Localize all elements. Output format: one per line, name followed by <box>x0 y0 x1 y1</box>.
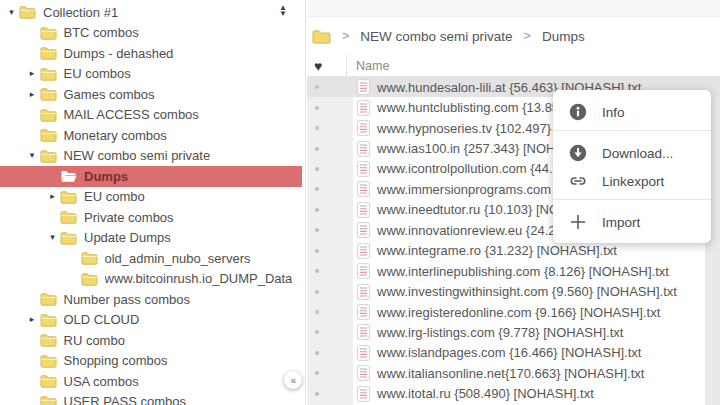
breadcrumb-separator-icon: > <box>524 29 531 43</box>
tree-item-ru-combo[interactable]: RU combo <box>0 330 305 351</box>
file-row[interactable]: www.irg-listings.com {9.778} [NOHASH].tx… <box>307 322 720 342</box>
file-name: www.integrame.ro {31.232} [NOHASH].txt <box>377 243 617 258</box>
tree-item-monetary-combos[interactable]: Monetary combos <box>0 125 305 146</box>
tree-item-mail-access-combos[interactable]: MAIL ACCESS combos <box>0 105 305 126</box>
tree-item-old-cloud[interactable]: ▸OLD CLOUD <box>0 310 305 331</box>
status-dot-icon <box>315 371 319 375</box>
menu-item-label: Import <box>602 215 640 230</box>
tree-item-www-bitcoinrush-io-dump-data[interactable]: www.bitcoinrush.io_DUMP_Data <box>0 269 305 290</box>
tree-item-label: MAIL ACCESS combos <box>64 107 199 122</box>
favorite-cell <box>307 330 353 334</box>
file-name: www.interlinepublishing.com {8.126} [NOH… <box>377 264 669 279</box>
collapse-arrow-icon[interactable]: ▾ <box>25 151 40 160</box>
status-dot-icon <box>315 147 319 151</box>
text-file-icon <box>357 161 370 177</box>
tree-item-eu-combos[interactable]: ▸EU combos <box>0 64 305 85</box>
text-file-icon <box>357 243 370 259</box>
text-file-icon <box>357 284 370 300</box>
menu-item-download[interactable]: Download... <box>553 139 711 167</box>
tree-item-label: USER PASS combos <box>64 394 187 405</box>
sort-up-down-icon[interactable]: ▲ ▼ <box>279 5 287 17</box>
file-row[interactable]: www.itotal.ru {508.490} [NOHASH].txt <box>307 384 720 404</box>
status-dot-icon <box>315 351 319 355</box>
tree-item-label: USA combos <box>64 374 139 389</box>
sort-down-arrow: ▼ <box>279 11 287 17</box>
breadcrumb-separator-icon: > <box>342 29 349 43</box>
expand-arrow-icon[interactable]: ▸ <box>25 69 40 78</box>
tree-item-old-admin-nubo-servers[interactable]: old_admin_nubo_servers <box>0 248 305 269</box>
file-name: www.irg-listings.com {9.778} [NOHASH].tx… <box>377 325 623 340</box>
folder-icon <box>40 128 57 142</box>
text-file-icon <box>357 386 370 402</box>
folder-icon <box>81 272 98 286</box>
status-dot-icon <box>315 269 319 273</box>
tree-item-label: Private combos <box>84 210 174 225</box>
tree-item-label: EU combo <box>84 189 145 204</box>
menu-separator <box>553 130 711 131</box>
status-dot-icon <box>315 167 319 171</box>
text-file-icon <box>357 79 370 95</box>
file-row[interactable]: www.investingwithinsight.com {9.560} [NO… <box>307 281 720 301</box>
menu-item-info[interactable]: Info <box>553 98 711 126</box>
text-file-icon <box>357 120 370 136</box>
heart-icon: ♥ <box>314 59 322 73</box>
collapse-sidebar-button[interactable]: « <box>284 371 302 389</box>
tree-item-private-combos[interactable]: Private combos <box>0 207 305 228</box>
expand-arrow-icon[interactable]: ▸ <box>25 315 40 324</box>
file-row[interactable]: www.islandpages.com {16.466} [NOHASH].tx… <box>307 343 720 363</box>
text-file-icon <box>357 141 370 157</box>
status-dot-icon <box>315 106 319 110</box>
folder-icon <box>60 190 77 204</box>
tree-item-label: Games combos <box>64 87 155 102</box>
folder-icon <box>40 149 57 163</box>
tree-item-dumps[interactable]: Dumps <box>0 166 302 187</box>
text-file-icon <box>357 202 370 218</box>
collapse-arrow-icon[interactable]: ▾ <box>45 233 60 242</box>
tree-item-dumps-dehashed[interactable]: Dumps - dehashed <box>0 43 305 64</box>
tree-item-label: www.bitcoinrush.io_DUMP_Data <box>105 271 293 286</box>
favorite-cell <box>307 85 353 89</box>
breadcrumb-root-folder-icon[interactable] <box>312 29 331 44</box>
folder-tree-sidebar: ▾Collection #1BTC combosDumps - dehashed… <box>0 0 306 405</box>
expand-arrow-icon[interactable]: ▸ <box>45 192 60 201</box>
folder-icon <box>40 374 57 388</box>
favorite-cell <box>307 290 353 294</box>
list-header: ♥ Name <box>307 55 720 77</box>
expand-arrow-icon[interactable]: ▸ <box>25 90 40 99</box>
file-row[interactable]: www.interlinepublishing.com {8.126} [NOH… <box>307 261 720 281</box>
tree-item-label: old_admin_nubo_servers <box>105 251 251 266</box>
favorite-cell <box>307 147 353 151</box>
tree-item-update-dumps[interactable]: ▾Update Dumps <box>0 228 305 249</box>
tree-item-label: Shopping combos <box>64 353 168 368</box>
text-file-icon <box>357 324 370 340</box>
status-dot-icon <box>315 126 319 130</box>
file-row[interactable]: www.integrame.ro {31.232} [NOHASH].txt <box>307 241 720 261</box>
breadcrumb-item[interactable]: Dumps <box>542 29 585 44</box>
status-dot-icon <box>315 208 319 212</box>
menu-separator <box>553 199 711 200</box>
favorites-column-header[interactable]: ♥ <box>307 55 346 76</box>
file-row[interactable]: www.iregisteredonline.com {9.166} [NOHAS… <box>307 302 720 322</box>
tree-item-label: Number pass combos <box>64 292 190 307</box>
tree-item-number-pass-combos[interactable]: Number pass combos <box>0 289 305 310</box>
menu-item-label: Linkexport <box>602 174 664 189</box>
menu-item-import[interactable]: Import <box>553 208 711 236</box>
tree-item-games-combos[interactable]: ▸Games combos <box>0 84 305 105</box>
file-name: www.investingwithinsight.com {9.560} [NO… <box>377 284 677 299</box>
tree-item-new-combo-semi-private[interactable]: ▾NEW combo semi private <box>0 146 305 167</box>
breadcrumb-item[interactable]: NEW combo semi private <box>360 29 512 44</box>
tree-item-usa-combos[interactable]: USA combos <box>0 371 305 392</box>
favorite-cell <box>307 208 353 212</box>
status-dot-icon <box>315 330 319 334</box>
favorite-cell <box>307 228 353 232</box>
menu-item-linkexport[interactable]: Linkexport <box>553 167 711 195</box>
name-column-header[interactable]: Name <box>346 55 720 76</box>
tree-item-shopping-combos[interactable]: Shopping combos <box>0 351 305 372</box>
file-name: www.italiansonline.net{170.663} [NOHASH]… <box>377 366 644 381</box>
tree-item-collection-1[interactable]: ▾Collection #1 <box>0 2 305 23</box>
tree-item-user-pass-combos[interactable]: USER PASS combos <box>0 392 305 405</box>
file-row[interactable]: www.italiansonline.net{170.663} [NOHASH]… <box>307 363 720 383</box>
tree-item-eu-combo[interactable]: ▸EU combo <box>0 187 305 208</box>
tree-item-btc-combos[interactable]: BTC combos <box>0 23 305 44</box>
collapse-arrow-icon[interactable]: ▾ <box>4 8 19 17</box>
